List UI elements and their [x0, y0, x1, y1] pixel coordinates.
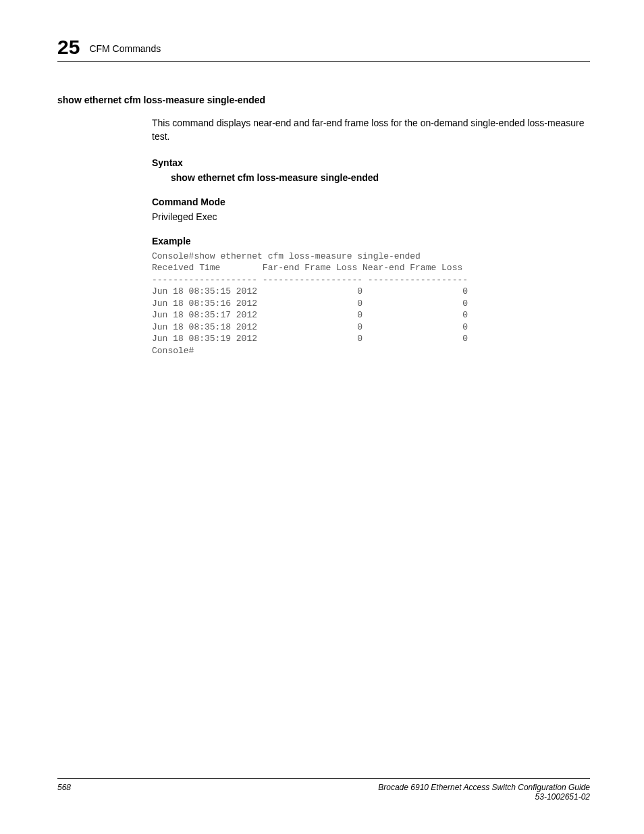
page-footer: 568 Brocade 6910 Ethernet Access Switch … — [57, 778, 590, 802]
syntax-text: show ethernet cfm loss-measure single-en… — [171, 172, 590, 183]
footer-page-number: 568 — [57, 783, 71, 792]
command-heading: show ethernet cfm loss-measure single-en… — [57, 95, 590, 105]
footer-doc-title: Brocade 6910 Ethernet Access Switch Conf… — [378, 783, 590, 792]
content-block: This command displays near-end and far-e… — [152, 116, 590, 357]
chapter-title: CFM Commands — [89, 43, 161, 54]
command-description: This command displays near-end and far-e… — [152, 116, 590, 144]
example-label: Example — [152, 236, 590, 246]
command-mode-label: Command Mode — [152, 197, 590, 207]
command-mode-text: Privileged Exec — [152, 211, 590, 222]
chapter-number: 25 — [57, 37, 80, 57]
footer-doc-id: 53-1002651-02 — [378, 792, 590, 802]
syntax-label: Syntax — [152, 157, 590, 168]
footer-doc-info: Brocade 6910 Ethernet Access Switch Conf… — [378, 783, 590, 802]
page-container: 25 CFM Commands show ethernet cfm loss-m… — [0, 0, 644, 834]
page-header: 25 CFM Commands — [57, 37, 590, 62]
example-output: Console#show ethernet cfm loss-measure s… — [152, 251, 590, 357]
